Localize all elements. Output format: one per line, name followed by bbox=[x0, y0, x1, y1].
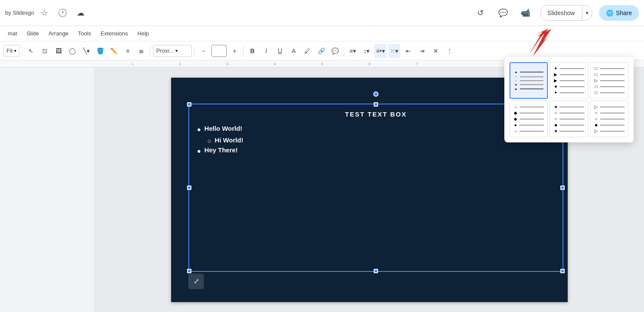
bullet-option-square[interactable]: □ □ ▷ □ □ bbox=[590, 62, 628, 99]
divider-4 bbox=[243, 46, 244, 56]
menu-mat[interactable]: mat bbox=[3, 28, 22, 38]
sub-list: ○ Hi World! bbox=[207, 136, 555, 145]
bullet-option-arrow[interactable]: → ◆ ◆ ● → bbox=[510, 101, 548, 137]
share-globe-icon: 🌐 bbox=[606, 9, 613, 16]
fill-btn[interactable]: 🪣 bbox=[94, 44, 106, 58]
zoom-label: Fit bbox=[6, 47, 13, 54]
ruler-tick-2: 2 bbox=[179, 62, 181, 66]
underline-btn[interactable]: U bbox=[274, 44, 286, 58]
share-button[interactable]: 🌐 Share bbox=[599, 5, 639, 21]
menu-arrange[interactable]: Arrange bbox=[44, 28, 73, 38]
bullet-symbol-2: ○ bbox=[207, 137, 211, 145]
meet-btn[interactable]: 📹 bbox=[518, 5, 533, 21]
bullet-option-star2[interactable]: ★ ○ ○ ■ ★ bbox=[550, 101, 588, 137]
indent-increase-btn[interactable]: ⇥ bbox=[416, 44, 428, 58]
ruler-tick-4: 4 bbox=[274, 62, 276, 66]
zoom-caret-icon: ▾ bbox=[14, 48, 16, 53]
text-align-btn[interactable]: ≡▾ bbox=[347, 44, 359, 58]
align-right-btn[interactable]: ≣ bbox=[135, 44, 147, 58]
menu-bar: mat Slide Arrange Tools Extensions Help bbox=[0, 26, 644, 41]
line-btn[interactable]: ╲▾ bbox=[80, 44, 92, 58]
numbered-list-caret: ▾ bbox=[395, 47, 398, 54]
top-bar: by Slidesgo ☆ 🕐 ☁ ↺ 💬 📹 Slideshow ▾ 🌐 Sh… bbox=[0, 0, 644, 26]
bullet-list: ● Hello World! ○ Hi World! ● Hey There! bbox=[197, 125, 555, 154]
comment-btn[interactable]: 💬 bbox=[329, 44, 341, 58]
select-tool-btn[interactable]: ↖ bbox=[25, 44, 37, 58]
font-color-btn[interactable]: A bbox=[288, 44, 300, 58]
slide-panel[interactable] bbox=[0, 67, 95, 312]
numbered-list-icon: ⁙ bbox=[390, 47, 395, 54]
highlight-btn[interactable]: 🖊 bbox=[301, 44, 313, 58]
more-options-btn[interactable]: ⋮ bbox=[444, 44, 456, 58]
bullet-dropdown: ● ○ ○ ■ ● ✦ ▶ ▶ ★ ✦ □ □ ▷ □ □ → ◆ ◆ ● → … bbox=[504, 57, 634, 142]
menu-help[interactable]: Help bbox=[133, 28, 153, 38]
cloud-icon[interactable]: ☁ bbox=[73, 5, 88, 21]
divider-2 bbox=[150, 46, 150, 56]
line-spacing-btn[interactable]: ↕▾ bbox=[360, 44, 372, 58]
menu-tools[interactable]: Tools bbox=[74, 28, 95, 38]
ruler-tick-3: 3 bbox=[226, 62, 228, 66]
image-btn[interactable]: 🖼 bbox=[53, 44, 65, 58]
bullet-option-arrow2[interactable]: ▷ ○ ○ ■ ▷ bbox=[590, 101, 628, 137]
bullet-symbol-1: ● bbox=[197, 126, 201, 133]
font-name: Proxi... bbox=[156, 47, 173, 54]
app-name: by Slidesgo bbox=[5, 9, 34, 16]
list-item-text-3: Hey There! bbox=[204, 146, 238, 154]
bold-btn[interactable]: B bbox=[246, 44, 258, 58]
slideshow-label: Slideshow bbox=[541, 6, 582, 20]
text-box-heading: TEST TEXT BOX bbox=[197, 110, 555, 118]
font-size-decrease-btn[interactable]: − bbox=[197, 44, 209, 58]
share-label: Share bbox=[616, 9, 632, 16]
font-caret-icon: ▾ bbox=[175, 48, 178, 53]
bullet-symbol-3: ● bbox=[197, 147, 201, 154]
pen-btn[interactable]: ✏️ bbox=[108, 44, 120, 58]
zoom-selector[interactable]: Fit ▾ bbox=[3, 45, 19, 57]
shape-btn[interactable]: ◯ bbox=[66, 44, 78, 58]
list-item-1: ● Hello World! bbox=[197, 125, 555, 133]
slideshow-button[interactable]: Slideshow ▾ bbox=[540, 5, 592, 21]
font-size-input[interactable]: 14 bbox=[211, 45, 227, 57]
ruler-tick-6: 6 bbox=[369, 62, 371, 66]
comments-btn[interactable]: 💬 bbox=[495, 5, 511, 21]
history-icon[interactable]: 🕐 bbox=[55, 5, 70, 21]
menu-slide[interactable]: Slide bbox=[22, 28, 44, 38]
app-title-area: by Slidesgo ☆ 🕐 ☁ bbox=[5, 5, 88, 21]
list-item-2: ○ Hi World! bbox=[207, 136, 555, 145]
ruler-tick-5: 5 bbox=[321, 62, 323, 66]
numbered-list-btn[interactable]: ⁙ ▾ bbox=[388, 44, 400, 58]
clear-format-btn[interactable]: ✕ bbox=[430, 44, 442, 58]
top-bar-icons: ↺ 💬 📹 Slideshow ▾ 🌐 Share bbox=[473, 5, 639, 21]
ruler-tick-1: 1 bbox=[131, 62, 134, 66]
ruler-tick-7: 7 bbox=[416, 62, 418, 66]
divider-3 bbox=[194, 46, 195, 56]
italic-btn[interactable]: I bbox=[260, 44, 272, 58]
slide-bottom-icon: ⤢ bbox=[188, 274, 204, 289]
list-item-text-2: Hi World! bbox=[215, 136, 243, 144]
select-box-btn[interactable]: ⊡ bbox=[39, 44, 51, 58]
font-selector[interactable]: Proxi... ▾ bbox=[153, 45, 192, 57]
align-left-btn[interactable]: ≡ bbox=[122, 44, 134, 58]
divider-5 bbox=[344, 46, 344, 56]
menu-extensions[interactable]: Extensions bbox=[96, 28, 132, 38]
font-size-increase-btn[interactable]: + bbox=[228, 44, 241, 58]
divider-1 bbox=[22, 46, 22, 56]
slideshow-caret-icon[interactable]: ▾ bbox=[582, 6, 592, 20]
bullet-list-btn[interactable]: ≡•▾ bbox=[374, 44, 386, 58]
link-btn[interactable]: 🔗 bbox=[315, 44, 327, 58]
list-item-3: ● Hey There! bbox=[197, 146, 555, 154]
bullet-option-star-cross[interactable]: ✦ ▶ ▶ ★ ✦ bbox=[550, 62, 588, 99]
bullet-option-filled-circle[interactable]: ● ○ ○ ■ ● bbox=[510, 62, 548, 99]
indent-decrease-btn[interactable]: ⇤ bbox=[402, 44, 414, 58]
rotate-handle[interactable] bbox=[373, 91, 378, 97]
list-item-text-1: Hello World! bbox=[204, 125, 242, 132]
history-btn[interactable]: ↺ bbox=[473, 5, 488, 21]
star-icon[interactable]: ☆ bbox=[37, 5, 52, 21]
